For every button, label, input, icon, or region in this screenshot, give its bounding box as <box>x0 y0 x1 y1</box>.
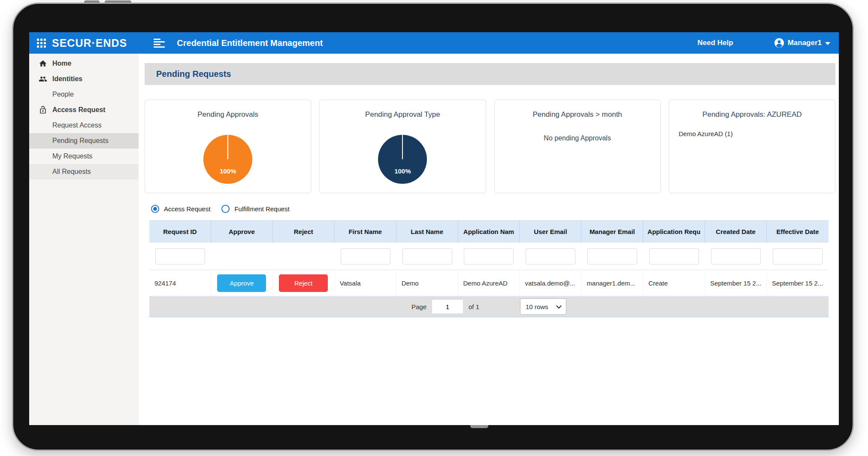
card-title: Pending Approval Type <box>320 110 485 119</box>
sidebar: Home Identities People Access Request Re… <box>29 54 139 425</box>
card-title: Pending Approvals <box>145 110 311 119</box>
filter-cell-empty <box>273 243 335 270</box>
filter-input-last-name[interactable] <box>402 248 452 264</box>
column-header-created-date[interactable]: Created Date <box>705 221 767 243</box>
sidebar-item-label: Access Request <box>52 106 106 114</box>
sidebar-item-all-requests[interactable]: All Requests <box>29 164 139 179</box>
column-header-reject[interactable]: Reject <box>273 221 335 243</box>
pie-slice-divider <box>402 135 403 159</box>
sidebar-item-label: Pending Requests <box>52 137 109 145</box>
app-title: Credential Entitlement Management <box>177 38 323 48</box>
filter-input-first-name[interactable] <box>341 248 390 264</box>
page-label: Page <box>411 303 426 310</box>
page-number-input[interactable] <box>432 299 463 314</box>
cell-effective-date: September 15 2... <box>767 270 829 296</box>
summary-cards: Pending Approvals 100% Pending Approval … <box>145 100 835 193</box>
card-title: Pending Approvals > month <box>495 110 660 119</box>
radio-fulfillment-request[interactable]: Fulfillment Request <box>221 205 289 213</box>
page-title: Pending Requests <box>156 69 231 79</box>
top-bar: SECUR·ENDS Credential Entitlement Manage… <box>29 32 839 54</box>
cell-application-name: Demo AzureAD <box>458 270 520 296</box>
filter-input-manager-email[interactable] <box>587 248 637 264</box>
card-pending-approval-type: Pending Approval Type 100% <box>319 100 486 193</box>
table-header-row: Request ID Approve Reject First Name Las… <box>149 220 829 243</box>
filter-input-effective-date[interactable] <box>773 248 823 264</box>
column-header-application-request[interactable]: Application Requ <box>643 221 705 243</box>
page: SECUR·ENDS Credential Entitlement Manage… <box>0 0 868 456</box>
user-avatar-icon <box>774 38 784 48</box>
chevron-down-icon <box>556 303 562 309</box>
sidebar-item-label: My Requests <box>52 152 92 160</box>
column-header-first-name[interactable]: First Name <box>335 221 396 243</box>
request-type-radios: Access Request Fulfillment Request <box>151 205 839 213</box>
filter-input-request-id[interactable] <box>155 248 205 264</box>
app-screen: SECUR·ENDS Credential Entitlement Manage… <box>29 32 839 425</box>
cell-application-request: Create <box>643 270 705 296</box>
filter-input-application-request[interactable] <box>649 248 699 264</box>
radio-unselected-icon <box>221 205 230 213</box>
radio-access-request[interactable]: Access Request <box>151 205 210 213</box>
people-icon <box>39 75 47 83</box>
pie-chart-pending-approvals[interactable]: 100% <box>203 135 252 184</box>
column-header-request-id[interactable]: Request ID <box>149 221 211 243</box>
card-title: Pending Approvals: AZUREAD <box>669 110 835 119</box>
sidebar-item-request-access[interactable]: Request Access <box>29 118 139 133</box>
filter-input-created-date[interactable] <box>711 248 761 264</box>
sidebar-item-identities[interactable]: Identities <box>29 71 139 87</box>
pie-percentage-label: 100% <box>203 167 252 175</box>
cell-user-email: vatsala.demo@... <box>520 270 581 296</box>
pie-slice-divider <box>227 135 228 159</box>
lock-icon <box>39 106 47 114</box>
filter-input-user-email[interactable] <box>526 248 575 264</box>
pending-requests-table: Request ID Approve Reject First Name Las… <box>149 220 829 317</box>
card-pending-approvals-month: Pending Approvals > month No pending App… <box>494 100 661 193</box>
sidebar-item-home[interactable]: Home <box>29 56 139 71</box>
cell-manager-email: manager1.dem... <box>581 270 643 296</box>
column-header-last-name[interactable]: Last Name <box>396 221 458 243</box>
cell-first-name: Vatsala <box>335 270 396 296</box>
pie-chart-pending-approval-type[interactable]: 100% <box>378 135 427 184</box>
sidebar-item-access-request[interactable]: Access Request <box>29 102 139 118</box>
sidebar-item-label: Request Access <box>52 122 102 129</box>
sidebar-item-my-requests[interactable]: My Requests <box>29 149 139 164</box>
page-of-label: of 1 <box>469 303 479 310</box>
sidebar-item-label: All Requests <box>52 168 91 176</box>
card-message: No pending Approvals <box>495 134 660 142</box>
radio-selected-icon <box>151 205 159 213</box>
menu-icon[interactable] <box>154 39 165 48</box>
rows-per-page-select[interactable]: 10 rows <box>520 298 566 315</box>
radio-label: Fulfillment Request <box>234 205 289 213</box>
column-header-user-email[interactable]: User Email <box>520 221 581 243</box>
sidebar-item-people[interactable]: People <box>29 87 139 102</box>
cell-created-date: September 15 2... <box>705 270 767 296</box>
table-filter-row <box>149 243 829 270</box>
rows-select-value: 10 rows <box>526 303 548 310</box>
user-name: Manager1 <box>788 39 822 47</box>
column-header-manager-email[interactable]: Manager Email <box>581 221 643 243</box>
home-icon <box>39 59 47 68</box>
radio-label: Access Request <box>164 205 210 213</box>
pie-percentage-label: 100% <box>378 167 427 175</box>
sidebar-item-label: Home <box>52 60 71 67</box>
column-header-application-name[interactable]: Application Nam <box>458 221 520 243</box>
sidebar-item-label: Identities <box>52 75 82 83</box>
card-pending-approvals-azuread: Pending Approvals: AZUREAD Demo AzureAD … <box>669 100 835 193</box>
pagination-bar: Page of 1 10 rows <box>149 297 829 317</box>
sidebar-item-label: People <box>52 91 74 98</box>
need-help-link[interactable]: Need Help <box>697 39 733 47</box>
sidebar-item-pending-requests[interactable]: Pending Requests <box>29 133 139 149</box>
filter-input-application-name[interactable] <box>464 248 514 264</box>
apps-grid-icon[interactable] <box>37 39 46 48</box>
column-header-effective-date[interactable]: Effective Date <box>767 221 829 243</box>
main-content: Pending Requests Pending Approvals 100% … <box>139 54 839 425</box>
column-header-approve[interactable]: Approve <box>211 221 273 243</box>
filter-cell-empty <box>211 243 273 270</box>
cell-last-name: Demo <box>396 270 458 296</box>
card-note: Demo AzureAD (1) <box>679 130 835 137</box>
reject-button[interactable]: Reject <box>279 274 328 292</box>
cell-request-id: 924174 <box>149 270 211 296</box>
user-menu[interactable]: Manager1 <box>774 38 830 48</box>
card-pending-approvals: Pending Approvals 100% <box>145 100 311 193</box>
approve-button[interactable]: Approve <box>217 274 266 292</box>
securends-logo: SECUR·ENDS <box>52 37 127 49</box>
